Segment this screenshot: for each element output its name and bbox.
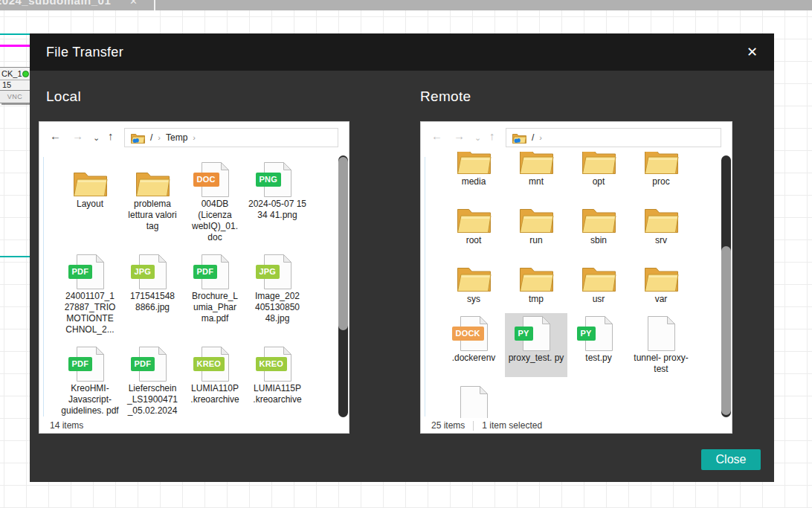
remote-scrollbar[interactable]	[721, 155, 731, 417]
file-label: run	[529, 235, 542, 246]
canvas-teal-line	[0, 33, 30, 35]
breadcrumb: /›	[532, 132, 542, 143]
file-item[interactable]: KREOLUMIA110P .kreoarchive	[184, 344, 246, 418]
up-icon[interactable]: ↑	[108, 130, 114, 142]
folder-item[interactable]: usr	[567, 254, 630, 307]
folder-item[interactable]: proc	[630, 152, 692, 190]
folder-icon	[581, 264, 616, 292]
item-count: 14 items	[50, 420, 83, 431]
file-item[interactable]: PDF24001107_1 27887_TRIO MOTIONTE CHNOL_…	[59, 251, 121, 338]
file-item[interactable]: PDFKreoHMI- Javascript- guidelines. pdf	[59, 344, 121, 418]
canvas-magenta-line	[0, 45, 30, 47]
folder-item[interactable]: problema lettura valori tag	[121, 159, 184, 245]
file-label: .dockerenv	[452, 353, 496, 364]
file-item[interactable]: PDFLieferschein _LS1900471 _05.02.2024 .…	[121, 344, 184, 418]
history-chevron-icon[interactable]: ⌄	[93, 132, 100, 144]
file-label: sys	[467, 294, 480, 305]
folder-item[interactable]: run	[505, 196, 567, 248]
folder-item[interactable]: tmp	[505, 254, 567, 307]
folder-icon	[457, 205, 492, 234]
folder-item[interactable]: root	[442, 196, 505, 248]
file-item[interactable]: DOCK.dockerenv	[442, 313, 505, 377]
filetype-badge: PY	[577, 327, 596, 341]
tab-title[interactable]: 2024_subdomain_01	[0, 0, 111, 7]
filetype-badge: PDF	[68, 265, 93, 279]
file-item[interactable]: tunnel-vpn- test	[442, 383, 505, 418]
file-label: sbin	[590, 235, 607, 246]
file-label: Layout	[77, 199, 103, 210]
canvas-teal-line-2	[0, 256, 30, 257]
folder-item[interactable]: Layout	[59, 159, 121, 245]
file-item[interactable]: PDFBrochure_L umia_Phar ma.pdf	[184, 251, 246, 338]
file-item[interactable]: PYproxy_test. py	[505, 313, 567, 377]
folder-icon	[519, 152, 554, 175]
file-item[interactable]: JPG171541548 8866.jpg	[121, 251, 184, 338]
device-widget: CK_1 15 VNC	[0, 67, 30, 103]
folder-item[interactable]: opt	[567, 152, 630, 190]
filetype-badge: DOC	[193, 173, 219, 187]
chevron-right-icon: ›	[158, 133, 161, 142]
file-transfer-dialog: File Transfer ✕ Local Remote ← → ⌄ ↑	[30, 33, 774, 482]
file-label: 24001107_1 27887_TRIO MOTIONTE CHNOL_2..…	[59, 291, 120, 335]
up-icon[interactable]: ↑	[489, 130, 495, 142]
filetype-badge: JPG	[131, 265, 155, 279]
folder-item[interactable]: mnt	[505, 152, 567, 190]
history-chevron-icon[interactable]: ⌄	[474, 132, 481, 144]
remote-file-list: mediamntoptprocrootrunsbinsrvsystmpusrva…	[421, 152, 721, 418]
dialog-title: File Transfer	[46, 45, 123, 60]
file-item[interactable]: JPGImage_202 405130850 48.jpg	[246, 251, 309, 338]
file-label: Brochure_L umia_Phar ma.pdf	[184, 291, 245, 324]
vnc-button[interactable]: VNC	[0, 90, 30, 103]
local-section-label: Local	[46, 89, 81, 105]
file-item[interactable]: KREOLUMIA115P .kreoarchive	[246, 344, 309, 418]
breadcrumb: /›Temp›	[150, 132, 196, 143]
breadcrumb-segment[interactable]: Temp	[166, 132, 187, 143]
folder-item[interactable]: srv	[630, 196, 692, 248]
local-address-bar[interactable]: /›Temp›	[124, 128, 338, 147]
folder-item[interactable]: media	[442, 152, 505, 190]
breadcrumb-segment[interactable]: /	[150, 132, 152, 143]
file-label: 004DB (Licenza webIQ)_01. doc	[184, 199, 245, 243]
folder-item[interactable]: var	[630, 254, 692, 307]
file-item[interactable]: tunnel- proxy-test	[630, 313, 692, 377]
folder-icon	[457, 264, 492, 292]
dialog-close-icon[interactable]: ✕	[747, 45, 758, 59]
filetype-badge: PY	[515, 327, 533, 341]
local-scrollbar-thumb[interactable]	[338, 157, 348, 330]
file-label: mnt	[529, 176, 544, 187]
folder-icon	[581, 205, 616, 234]
file-label: problema lettura valori tag	[122, 199, 183, 232]
file-item[interactable]: PNG2024-05-07 15 34 41.png	[246, 159, 309, 245]
forward-icon[interactable]: →	[454, 130, 465, 142]
remote-scrollbar-thumb[interactable]	[721, 246, 731, 415]
local-file-list: Layoutproblema lettura valori tagDOC004D…	[39, 152, 338, 418]
back-icon[interactable]: ←	[50, 130, 61, 142]
local-scrollbar[interactable]	[338, 155, 348, 417]
file-label: media	[462, 176, 486, 187]
cloud-folder-icon	[512, 132, 526, 144]
device-name: CK_1	[1, 69, 22, 78]
back-icon[interactable]: ←	[431, 130, 442, 142]
close-button[interactable]: Close	[701, 449, 761, 470]
remote-address-bar[interactable]: /›	[506, 128, 721, 147]
filetype-badge: PDF	[68, 357, 93, 371]
status-divider	[473, 421, 474, 431]
file-label: tunnel- proxy-test	[631, 353, 692, 375]
local-status-bar: 14 items	[39, 418, 349, 433]
remote-nav-toolbar: ← → ⌄ ↑ /›	[421, 122, 732, 152]
file-item[interactable]: PYtest.py	[567, 313, 630, 377]
remote-file-panel: ← → ⌄ ↑ /› mediamntoptprocrootrunsbinsr	[420, 121, 732, 434]
filetype-badge: KREO	[256, 357, 288, 371]
breadcrumb-segment[interactable]: /	[532, 132, 534, 143]
folder-item[interactable]: sbin	[567, 196, 630, 248]
file-label: proc	[652, 176, 669, 187]
file-item[interactable]: DOC004DB (Licenza webIQ)_01. doc	[184, 159, 246, 245]
forward-icon[interactable]: →	[72, 130, 83, 142]
folder-icon	[457, 152, 492, 175]
list-left-guide	[43, 157, 44, 417]
chevron-right-icon: ›	[539, 133, 542, 142]
file-icon	[460, 386, 488, 418]
tab-close-icon[interactable]: ✕	[129, 0, 138, 7]
folder-item[interactable]: sys	[442, 254, 505, 307]
device-value: 15	[0, 80, 30, 90]
